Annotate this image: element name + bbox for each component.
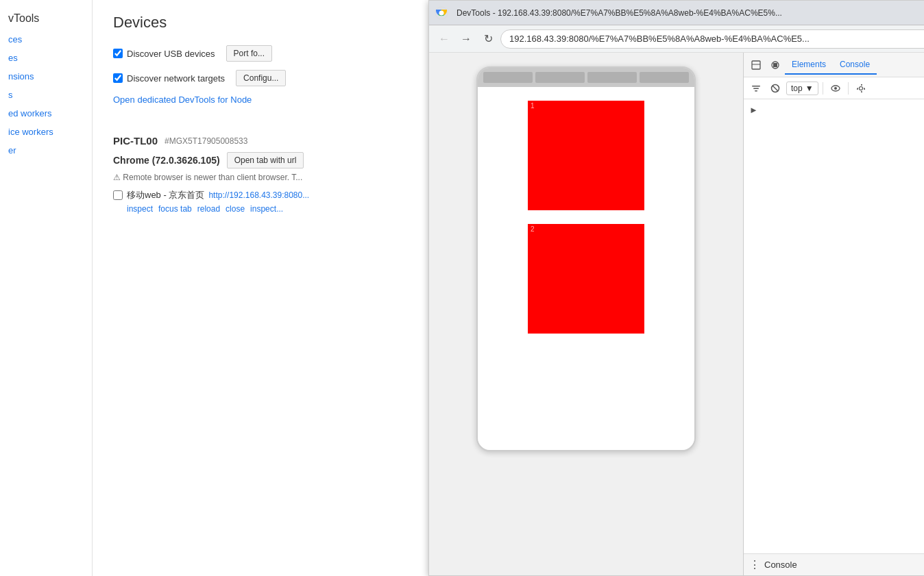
filter-icon — [751, 84, 761, 93]
eye-icon — [830, 84, 841, 93]
svg-rect-16 — [752, 86, 760, 87]
red-box-1: 1 — [528, 101, 644, 210]
chrome-icon — [435, 6, 448, 20]
browser-tab-title: DevTools - 192.168.43.39:8080/%E7%A7%BB%… — [451, 8, 924, 18]
browser-titlebar: DevTools - 192.168.43.39:8080/%E7%A7%BB%… — [429, 1, 924, 25]
gear-icon — [856, 84, 866, 93]
svg-rect-17 — [753, 88, 759, 89]
inspect-link[interactable]: inspect — [127, 204, 153, 214]
tab-title: 移动web - 京东首页 — [127, 189, 204, 201]
filter-button[interactable] — [748, 80, 764, 97]
devtools-toolbar: top ▼ — [744, 77, 924, 99]
address-bar[interactable] — [500, 29, 924, 49]
refresh-button[interactable]: ↻ — [478, 29, 498, 49]
red-box-2: 2 — [528, 224, 644, 334]
status-seg-3 — [587, 72, 637, 83]
sidebar-item-ice-workers[interactable]: ice workers — [0, 123, 92, 141]
toolbar-separator — [823, 82, 823, 95]
device-name: PIC-TL00 — [113, 135, 158, 147]
tab-url[interactable]: http://192.168.43.39:8080... — [208, 190, 309, 200]
devtools-panel: Elements Console » — [743, 53, 924, 575]
open-tab-button[interactable]: Open tab with url — [227, 152, 304, 168]
block-button[interactable] — [767, 80, 783, 97]
devtools-sidebar: vTools ces es nsions s ed workers ice wo… — [0, 0, 93, 576]
eye-button[interactable] — [827, 80, 844, 97]
context-selector[interactable]: top ▼ — [786, 82, 818, 95]
footer-console-label: Console — [764, 560, 797, 570]
block-icon — [770, 84, 780, 93]
discover-network-label[interactable]: Discover network targets — [113, 73, 225, 84]
red-box-2-label: 2 — [531, 225, 535, 233]
footer-menu-button[interactable]: ⋮ — [749, 558, 760, 571]
discover-usb-checkbox[interactable] — [113, 49, 123, 58]
port-forwarding-button[interactable]: Port fo... — [226, 45, 272, 62]
svg-line-20 — [773, 86, 778, 91]
chevron-down-icon: ▼ — [805, 84, 814, 93]
mobile-content: 1 2 — [478, 87, 694, 450]
tab-checkbox[interactable] — [113, 190, 123, 200]
toolbar-separator-2 — [848, 82, 849, 95]
browser-window: DevTools - 192.168.43.39:8080/%E7%A7%BB%… — [428, 0, 924, 576]
mobile-status-bar — [478, 68, 694, 87]
devtools-footer: ⋮ Console × — [744, 553, 924, 575]
mobile-device: 1 2 — [476, 66, 696, 451]
tab-console[interactable]: Console — [833, 55, 877, 75]
svg-point-23 — [859, 86, 862, 90]
devtools-content: ► — [744, 99, 924, 553]
status-seg-1 — [483, 72, 533, 83]
sidebar-title: vTools — [0, 7, 92, 30]
back-button[interactable]: ← — [435, 29, 454, 49]
discover-network-checkbox[interactable] — [113, 73, 123, 83]
main-content: Devices Discover USB devices Port fo... … — [93, 0, 924, 576]
svg-rect-12 — [773, 63, 777, 67]
devtools-panel-toggle[interactable] — [746, 55, 766, 75]
mobile-preview-area: 1 2 — [429, 53, 743, 575]
stop-icon — [770, 60, 780, 70]
browser-main: 1 2 — [429, 53, 924, 575]
focus-tab-link[interactable]: focus tab — [158, 204, 192, 214]
sidebar-item-er[interactable]: er — [0, 141, 92, 160]
reload-link[interactable]: reload — [197, 204, 220, 214]
forward-button[interactable]: → — [457, 29, 476, 49]
arrow-right-icon: ► — [749, 105, 758, 115]
sidebar-item-ed-workers[interactable]: ed workers — [0, 104, 92, 123]
configure-button[interactable]: Configu... — [236, 70, 286, 86]
panel-icon — [751, 60, 761, 70]
discover-usb-label[interactable]: Discover USB devices — [113, 49, 215, 59]
sidebar-item-es[interactable]: es — [0, 49, 92, 67]
red-box-1-label: 1 — [531, 102, 535, 110]
console-prompt[interactable]: ► — [744, 102, 924, 118]
svg-rect-9 — [752, 61, 760, 69]
browser-toolbar: ← → ↻ — [429, 25, 924, 53]
svg-point-22 — [834, 87, 837, 90]
tab-elements[interactable]: Elements — [785, 55, 833, 75]
status-seg-2 — [535, 72, 585, 83]
svg-rect-18 — [755, 90, 757, 92]
inspect-fallback-link[interactable]: inspect... — [250, 204, 283, 214]
devtools-tab-bar: Elements Console » — [744, 53, 924, 77]
devtools-settings-toggle[interactable] — [766, 55, 785, 75]
svg-point-2 — [439, 10, 444, 15]
device-serial: #MGX5T17905008533 — [165, 136, 247, 146]
gear-button[interactable] — [853, 80, 869, 97]
status-seg-4 — [640, 72, 689, 83]
open-devtools-link[interactable]: Open dedicated DevTools for Node — [113, 95, 252, 105]
sidebar-item-nsions[interactable]: nsions — [0, 67, 92, 86]
sidebar-item-ces[interactable]: ces — [0, 30, 92, 49]
sidebar-item-s[interactable]: s — [0, 86, 92, 104]
close-link[interactable]: close — [226, 204, 245, 214]
